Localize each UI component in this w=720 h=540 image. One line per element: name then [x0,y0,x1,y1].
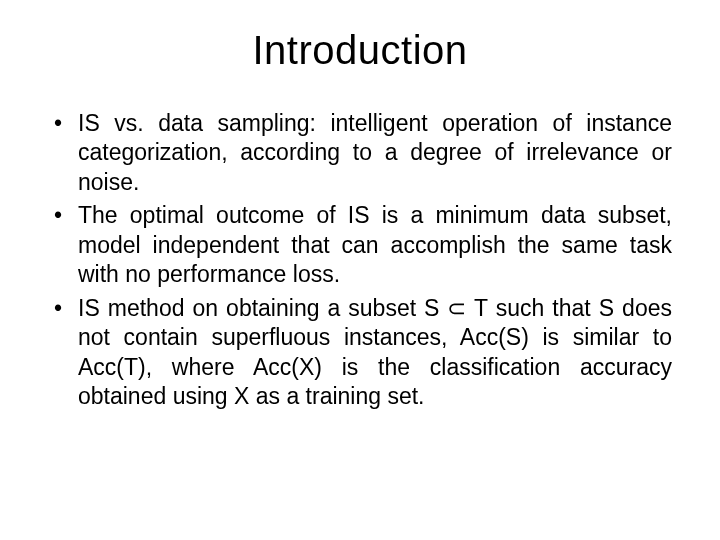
bullet-list: IS vs. data sampling: intelligent operat… [48,109,672,411]
slide: Introduction IS vs. data sampling: intel… [0,0,720,540]
slide-title: Introduction [48,28,672,73]
list-item: The optimal outcome of IS is a minimum d… [48,201,672,289]
list-item: IS vs. data sampling: intelligent operat… [48,109,672,197]
list-item: IS method on obtaining a subset S ⊂ T su… [48,294,672,412]
